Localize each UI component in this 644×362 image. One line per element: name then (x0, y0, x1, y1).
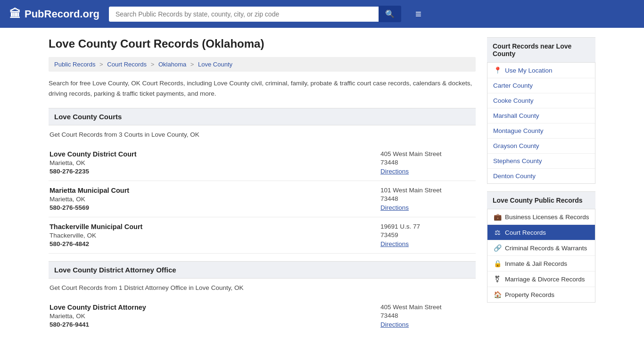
court-name-3: Thackerville Municipal Court (50, 223, 380, 230)
search-input[interactable] (109, 7, 379, 22)
use-location-link[interactable]: Use My Location (505, 67, 553, 74)
nearby-county-link-4[interactable]: Grayson County (493, 142, 539, 149)
directions-link-1[interactable]: Directions (380, 168, 409, 175)
logo[interactable]: 🏛 PubRecord.org (9, 8, 99, 21)
attorney-section-desc: Get Court Records from 1 District Attorn… (49, 284, 476, 291)
court-entry-2: Marietta Municipal Court Marietta, OK 58… (49, 181, 476, 217)
pr-item-1[interactable]: ⚖ Court Records (487, 225, 595, 240)
attorney-section-header: Love County District Attorney Office (49, 261, 476, 279)
nearby-list: 📍 Use My Location Carter County Cooke Co… (487, 63, 595, 184)
pr-link-5[interactable]: Property Records (505, 291, 554, 298)
courts-section-desc: Get Court Records from 3 Courts in Love … (49, 131, 476, 138)
court-address-2: 101 West Main Street (380, 187, 475, 194)
court-entry-3: Thackerville Municipal Court Thackervill… (49, 217, 476, 254)
court-address-3: 19691 U.s. 77 (380, 223, 475, 230)
breadcrumb-oklahoma[interactable]: Oklahoma (158, 61, 186, 68)
court-left-1: Love County District Court Marietta, OK … (50, 150, 380, 175)
attorney-city-1: Marietta, OK (50, 313, 380, 320)
pr-label-1: Court Records (505, 229, 546, 236)
court-city-1: Marietta, OK (50, 159, 380, 166)
court-address-1: 405 West Main Street (380, 150, 475, 157)
business-icon: 💼 (493, 213, 502, 221)
nearby-county-link-1[interactable]: Cooke County (493, 97, 534, 104)
breadcrumb-sep3: > (190, 61, 196, 68)
attorney-address-1: 405 West Main Street (380, 304, 475, 311)
nearby-county-0[interactable]: Carter County (487, 78, 595, 93)
property-icon: 🏠 (493, 291, 502, 298)
nearby-county-link-0[interactable]: Carter County (493, 82, 533, 89)
attorney-directions-link-1[interactable]: Directions (380, 321, 409, 328)
court-right-2: 101 West Main Street 73448 Directions (380, 187, 475, 211)
criminal-icon: 🔗 (493, 244, 502, 252)
pr-link-3[interactable]: Inmate & Jail Records (505, 260, 567, 267)
logo-text: PubRecord.org (25, 8, 99, 20)
public-records-list: 💼 Business Licenses & Records ⚖ Court Re… (487, 209, 595, 303)
pr-link-4[interactable]: Marriage & Divorce Records (505, 276, 585, 283)
pr-link-0[interactable]: Business Licenses & Records (505, 214, 589, 221)
directions-link-2[interactable]: Directions (380, 204, 409, 211)
search-button[interactable]: 🔍 (379, 6, 401, 22)
nearby-county-6[interactable]: Denton County (487, 169, 595, 183)
page-container: Love County Court Records (Oklahoma) Pub… (39, 28, 605, 343)
court-icon: ⚖ (493, 229, 502, 236)
nearby-county-5[interactable]: Stephens County (487, 154, 595, 169)
breadcrumb-sep1: > (99, 61, 105, 68)
nearby-title: Court Records near Love County (487, 37, 595, 63)
menu-button[interactable]: ≡ (415, 8, 421, 20)
court-zip-2: 73448 (380, 195, 475, 202)
court-name-1: Love County District Court (50, 150, 380, 158)
attorney-right-1: 405 West Main Street 73448 Directions (380, 304, 475, 328)
court-phone-2: 580-276-5569 (50, 204, 380, 211)
attorney-entry-1: Love County District Attorney Marietta, … (49, 298, 476, 334)
pr-item-4[interactable]: ⚧ Marriage & Divorce Records (487, 272, 595, 287)
nearby-county-link-5[interactable]: Stephens County (493, 157, 542, 165)
attorney-zip-1: 73448 (380, 312, 475, 319)
attorney-phone-1: 580-276-9441 (50, 321, 380, 328)
menu-icon: ≡ (415, 8, 421, 20)
court-zip-1: 73448 (380, 159, 475, 166)
attorney-name-1: Love County District Attorney (50, 304, 380, 311)
nearby-county-link-3[interactable]: Montague County (493, 127, 544, 134)
search-area: 🔍 (109, 6, 401, 22)
breadcrumb-love-county[interactable]: Love County (198, 61, 232, 68)
inmate-icon: 🔒 (493, 260, 502, 267)
court-zip-3: 73459 (380, 231, 475, 239)
pr-item-2[interactable]: 🔗 Criminal Records & Warrants (487, 240, 595, 256)
site-header: 🏛 PubRecord.org 🔍 ≡ (0, 0, 644, 28)
marriage-icon: ⚧ (493, 275, 502, 283)
court-entry-1: Love County District Court Marietta, OK … (49, 145, 476, 181)
nearby-county-link-2[interactable]: Marshall County (493, 112, 539, 119)
use-location-item[interactable]: 📍 Use My Location (487, 63, 595, 78)
court-left-2: Marietta Municipal Court Marietta, OK 58… (50, 187, 380, 211)
pr-item-3[interactable]: 🔒 Inmate & Jail Records (487, 256, 595, 272)
page-description: Search for free Love County, OK Court Re… (49, 78, 476, 99)
public-records-box: Love County Public Records 💼 Business Li… (487, 191, 595, 303)
breadcrumb-court-records[interactable]: Court Records (107, 61, 147, 68)
sidebar: Court Records near Love County 📍 Use My … (487, 37, 595, 334)
nearby-county-link-6[interactable]: Denton County (493, 173, 536, 180)
courts-section-header: Love County Courts (49, 108, 476, 125)
court-name-2: Marietta Municipal Court (50, 187, 380, 194)
breadcrumb-sep2: > (151, 61, 156, 68)
breadcrumb-public-records[interactable]: Public Records (54, 61, 95, 68)
nearby-county-1[interactable]: Cooke County (487, 93, 595, 108)
court-phone-3: 580-276-4842 (50, 240, 380, 247)
court-phone-1: 580-276-2235 (50, 168, 380, 175)
court-left-3: Thackerville Municipal Court Thackervill… (50, 223, 380, 247)
attorney-left-1: Love County District Attorney Marietta, … (50, 304, 380, 328)
main-content: Love County Court Records (Oklahoma) Pub… (49, 37, 476, 334)
pr-item-5[interactable]: 🏠 Property Records (487, 287, 595, 302)
breadcrumb: Public Records > Court Records > Oklahom… (49, 57, 476, 72)
pr-link-2[interactable]: Criminal Records & Warrants (505, 245, 587, 252)
location-icon: 📍 (493, 66, 502, 74)
court-city-3: Thackerville, OK (50, 232, 380, 239)
directions-link-3[interactable]: Directions (380, 240, 409, 247)
court-right-1: 405 West Main Street 73448 Directions (380, 150, 475, 175)
pr-item-0[interactable]: 💼 Business Licenses & Records (487, 209, 595, 225)
nearby-county-2[interactable]: Marshall County (487, 108, 595, 123)
nearby-county-3[interactable]: Montague County (487, 123, 595, 139)
page-title: Love County Court Records (Oklahoma) (49, 37, 476, 50)
nearby-county-4[interactable]: Grayson County (487, 139, 595, 154)
search-icon: 🔍 (385, 10, 395, 18)
public-records-title: Love County Public Records (487, 191, 595, 209)
